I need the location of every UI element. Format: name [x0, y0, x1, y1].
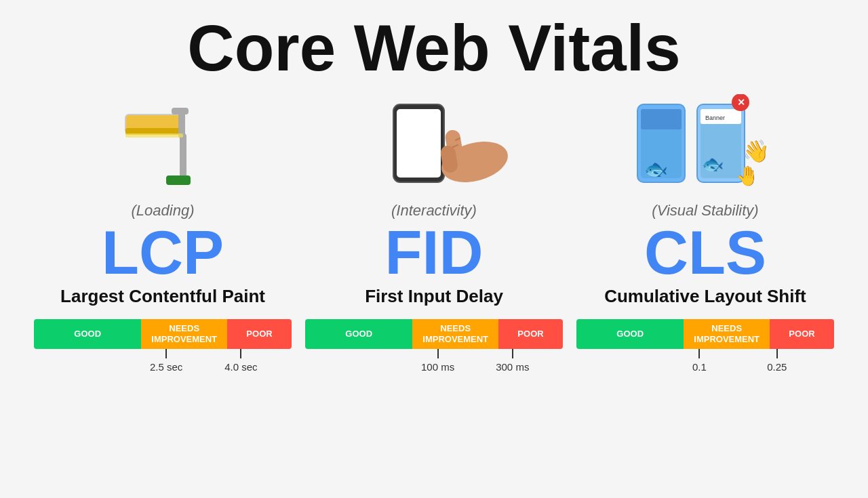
fid-card: (Interactivity) FID First Input Delay GO…: [305, 91, 563, 498]
lcp-category: (Loading): [132, 202, 195, 220]
lcp-needs: NEEDS IMPROVEMENT: [141, 319, 227, 349]
fid-tick1-line: [437, 349, 439, 358]
svg-text:🐟: 🐟: [644, 158, 668, 180]
fid-category: (Interactivity): [391, 202, 477, 220]
fid-tick2-line: [512, 349, 513, 358]
cls-acronym: CLS: [644, 222, 766, 283]
lcp-threshold1: 2.5 sec: [150, 361, 182, 373]
fid-poor: POOR: [498, 319, 563, 349]
svg-text:👋: 👋: [743, 138, 770, 164]
cls-category: (Visual Stability): [652, 202, 758, 220]
fid-tick2: 300 ms: [496, 349, 529, 373]
lcp-markers: 2.5 sec 4.0 sec: [34, 349, 292, 376]
lcp-good: GOOD: [34, 319, 141, 349]
lcp-tick1: 2.5 sec: [150, 349, 182, 373]
lcp-scale: GOOD NEEDS IMPROVEMENT POOR 2.5 sec 4.0 …: [34, 319, 292, 376]
cls-tick1-line: [698, 349, 700, 358]
cls-good: GOOD: [576, 319, 684, 349]
svg-rect-19: [641, 109, 682, 129]
fid-scale: GOOD NEEDS IMPROVEMENT POOR 100 ms 300 m…: [305, 319, 563, 376]
phone-tap-icon: [339, 94, 529, 196]
fid-threshold1: 100 ms: [421, 361, 454, 373]
lcp-threshold2: 4.0 sec: [224, 361, 257, 373]
fid-markers: 100 ms 300 ms: [305, 349, 563, 376]
cls-scale-bar: GOOD NEEDS IMPROVEMENT POOR: [576, 319, 834, 349]
svg-text:✕: ✕: [737, 97, 745, 108]
svg-text:🤚: 🤚: [736, 165, 760, 187]
svg-rect-6: [125, 133, 183, 138]
fid-tick1: 100 ms: [421, 349, 454, 373]
cls-tick1: 0.1: [692, 349, 707, 373]
vitals-container: (Loading) LCP Largest Contentful Paint G…: [0, 91, 868, 498]
svg-text:Banner: Banner: [705, 115, 725, 121]
layout-shift-icon: 🐟 Banner 🐟 ✕ 👋 🤚: [631, 94, 780, 196]
cls-card: 🐟 Banner 🐟 ✕ 👋 🤚 (Visual Stability) CLS …: [576, 91, 834, 498]
cls-markers: 0.1 0.25: [576, 349, 834, 376]
fid-needs: NEEDS IMPROVEMENT: [412, 319, 498, 349]
cls-tick2-line: [776, 349, 778, 358]
fid-name: First Input Delay: [365, 286, 503, 307]
lcp-acronym: LCP: [102, 222, 224, 283]
svg-rect-8: [397, 109, 441, 178]
paint-roller-icon: [112, 94, 214, 196]
lcp-icon: [112, 91, 214, 199]
fid-threshold2: 300 ms: [496, 361, 529, 373]
svg-rect-4: [180, 133, 186, 180]
lcp-tick2-line: [240, 349, 241, 358]
cls-icon: 🐟 Banner 🐟 ✕ 👋 🤚: [631, 91, 780, 199]
cls-threshold2: 0.25: [767, 361, 787, 373]
cls-needs: NEEDS IMPROVEMENT: [684, 319, 770, 349]
cls-scale: GOOD NEEDS IMPROVEMENT POOR 0.1 0.25: [576, 319, 834, 376]
cls-poor: POOR: [770, 319, 834, 349]
lcp-card: (Loading) LCP Largest Contentful Paint G…: [34, 91, 292, 498]
lcp-scale-bar: GOOD NEEDS IMPROVEMENT POOR: [34, 319, 292, 349]
svg-text:🐟: 🐟: [702, 153, 724, 175]
lcp-tick1-line: [165, 349, 167, 358]
fid-good: GOOD: [305, 319, 412, 349]
fid-icon: [339, 91, 529, 199]
cls-tick2: 0.25: [767, 349, 787, 373]
lcp-name: Largest Contentful Paint: [60, 286, 265, 307]
lcp-tick2: 4.0 sec: [224, 349, 257, 373]
lcp-poor: POOR: [227, 319, 292, 349]
fid-acronym: FID: [385, 222, 484, 283]
svg-rect-5: [166, 175, 191, 185]
fid-scale-bar: GOOD NEEDS IMPROVEMENT POOR: [305, 319, 563, 349]
page-title: Core Web Vitals: [187, 12, 680, 84]
cls-name: Cumulative Layout Shift: [604, 286, 806, 307]
svg-rect-3: [172, 108, 189, 115]
cls-threshold1: 0.1: [692, 361, 707, 373]
